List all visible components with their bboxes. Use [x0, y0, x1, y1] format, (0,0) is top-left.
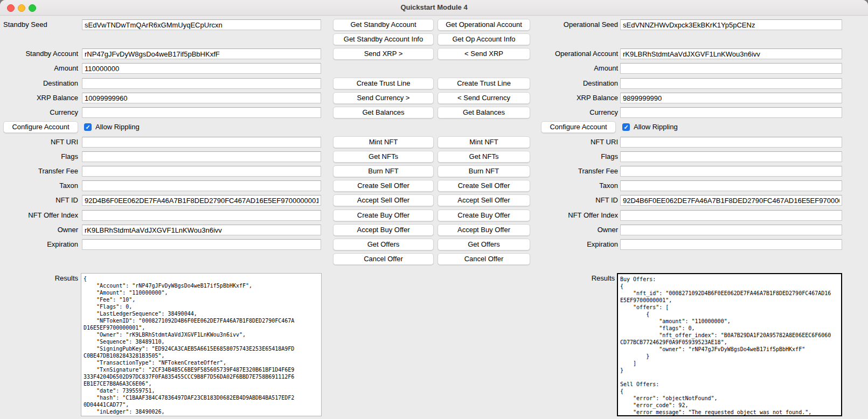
operational-currency-input[interactable] — [620, 107, 842, 118]
operational-transfer-fee-input[interactable] — [620, 166, 842, 177]
operational-configure-account-button[interactable]: Configure Account — [541, 121, 616, 133]
operational-results-label: Results — [539, 274, 615, 283]
standby-get-balances-button[interactable]: Get Balances — [333, 107, 434, 118]
standby-expiration-input[interactable] — [82, 239, 321, 250]
operational-xrp-balance-input[interactable] — [620, 93, 842, 103]
op-accept-buy-offer-button[interactable]: Accept Buy Offer — [438, 224, 530, 236]
standby-nft-uri-label: NFT URI — [0, 138, 78, 146]
standby-nft-id-label: NFT ID — [0, 196, 78, 205]
operational-seed-input[interactable] — [620, 19, 842, 30]
operational-owner-input[interactable] — [620, 225, 842, 235]
operational-xrp-balance-label: XRP Balance — [539, 94, 618, 102]
op-cancel-offer-button[interactable]: Cancel Offer — [438, 253, 530, 265]
operational-account-input[interactable] — [620, 48, 842, 59]
standby-taxon-input[interactable] — [82, 180, 321, 191]
checkmark-icon: ✓ — [622, 123, 630, 131]
operational-expiration-label: Expiration — [539, 240, 618, 249]
standby-create-sell-offer-button[interactable]: Create Sell Offer — [333, 180, 434, 192]
standby-allow-rippling-checkbox[interactable]: ✓ — [84, 123, 92, 131]
op-mint-nft-button[interactable]: Mint NFT — [438, 136, 530, 148]
standby-results-textarea[interactable]: { "Account": "rNP47gJFvDyW8gsDo4weB17if5… — [81, 273, 322, 416]
standby-nft-id-input[interactable] — [82, 195, 321, 206]
operational-destination-label: Destination — [539, 79, 618, 88]
standby-create-trust-line-button[interactable]: Create Trust Line — [333, 78, 434, 89]
get-standby-account-button[interactable]: Get Standby Account — [333, 19, 434, 31]
operational-seed-label: Operational Seed — [539, 20, 618, 29]
operational-destination-input[interactable] — [620, 78, 842, 89]
standby-owner-label: Owner — [0, 226, 78, 234]
standby-transfer-fee-input[interactable] — [82, 166, 321, 177]
operational-nft-uri-input[interactable] — [620, 137, 842, 148]
operational-nft-offer-index-input[interactable] — [620, 210, 842, 221]
standby-destination-label: Destination — [0, 79, 78, 88]
standby-currency-label: Currency — [0, 108, 78, 117]
operational-flags-label: Flags — [539, 152, 618, 161]
standby-amount-input[interactable] — [82, 63, 321, 74]
standby-results-label: Results — [0, 274, 78, 283]
operational-amount-label: Amount — [539, 64, 618, 73]
operational-results-textarea[interactable]: Buy Offers: { "nft_id": "0008271092D4B6F… — [617, 273, 842, 416]
op-create-trust-line-button[interactable]: Create Trust Line — [438, 78, 530, 89]
operational-nft-id-label: NFT ID — [539, 196, 618, 205]
get-standby-account-info-button[interactable]: Get Standby Account Info — [333, 33, 434, 45]
standby-account-label: Standby Account — [0, 50, 78, 58]
checkmark-icon: ✓ — [84, 123, 92, 131]
op-get-offers-button[interactable]: Get Offers — [438, 239, 530, 250]
standby-xrp-balance-input[interactable] — [82, 93, 321, 103]
standby-transfer-fee-label: Transfer Fee — [0, 167, 78, 176]
send-xrp-right-button[interactable]: Send XRP > — [333, 48, 434, 60]
operational-amount-input[interactable] — [620, 63, 842, 74]
standby-currency-input[interactable] — [82, 107, 321, 118]
operational-nft-id-input[interactable] — [620, 195, 842, 206]
operational-flags-input[interactable] — [620, 151, 842, 162]
standby-create-buy-offer-button[interactable]: Create Buy Offer — [333, 210, 434, 221]
operational-owner-label: Owner — [539, 226, 618, 234]
standby-configure-account-button[interactable]: Configure Account — [3, 121, 78, 133]
titlebar: Quickstart Module 4 — [0, 0, 868, 16]
standby-allow-rippling-label: Allow Rippling — [95, 123, 140, 131]
window-title: Quickstart Module 4 — [0, 0, 868, 15]
standby-taxon-label: Taxon — [0, 181, 78, 190]
send-currency-right-button[interactable]: Send Currency > — [333, 92, 434, 104]
op-accept-sell-offer-button[interactable]: Accept Sell Offer — [438, 194, 530, 206]
standby-nft-offer-index-input[interactable] — [82, 210, 321, 221]
operational-allow-rippling-checkbox[interactable]: ✓ — [622, 123, 630, 131]
operational-transfer-fee-label: Transfer Fee — [539, 167, 618, 176]
operational-taxon-input[interactable] — [620, 180, 842, 191]
standby-nft-offer-index-label: NFT Offer Index — [0, 211, 78, 220]
operational-nft-offer-index-label: NFT Offer Index — [539, 211, 618, 220]
standby-get-nfts-button[interactable]: Get NFTs — [333, 151, 434, 163]
op-get-balances-button[interactable]: Get Balances — [438, 107, 530, 118]
standby-owner-input[interactable] — [82, 225, 321, 235]
standby-get-offers-button[interactable]: Get Offers — [333, 239, 434, 250]
operational-nft-uri-label: NFT URI — [539, 138, 618, 146]
standby-burn-nft-button[interactable]: Burn NFT — [333, 165, 434, 177]
standby-account-input[interactable] — [82, 48, 321, 59]
standby-nft-uri-input[interactable] — [82, 137, 321, 148]
send-currency-left-button[interactable]: < Send Currency — [438, 92, 530, 104]
operational-allow-rippling-label: Allow Rippling — [634, 123, 678, 131]
app-window: Quickstart Module 4 Standby Seed Standby… — [0, 0, 868, 419]
standby-flags-input[interactable] — [82, 151, 321, 162]
standby-destination-input[interactable] — [82, 78, 321, 89]
get-op-account-info-button[interactable]: Get Op Account Info — [438, 33, 530, 45]
standby-xrp-balance-label: XRP Balance — [0, 94, 78, 102]
operational-taxon-label: Taxon — [539, 181, 618, 190]
standby-mint-nft-button[interactable]: Mint NFT — [333, 136, 434, 148]
standby-seed-input[interactable] — [82, 19, 321, 30]
op-burn-nft-button[interactable]: Burn NFT — [438, 165, 530, 177]
send-xrp-left-button[interactable]: < Send XRP — [438, 48, 530, 60]
op-create-buy-offer-button[interactable]: Create Buy Offer — [438, 210, 530, 221]
op-create-sell-offer-button[interactable]: Create Sell Offer — [438, 180, 530, 192]
operational-expiration-input[interactable] — [620, 239, 842, 250]
operational-account-label: Operational Account — [539, 50, 618, 58]
standby-accept-sell-offer-button[interactable]: Accept Sell Offer — [333, 194, 434, 206]
standby-expiration-label: Expiration — [0, 240, 78, 249]
standby-cancel-offer-button[interactable]: Cancel Offer — [333, 253, 434, 265]
op-get-nfts-button[interactable]: Get NFTs — [438, 151, 530, 163]
standby-accept-buy-offer-button[interactable]: Accept Buy Offer — [333, 224, 434, 236]
get-operational-account-button[interactable]: Get Operational Account — [438, 19, 530, 31]
operational-currency-label: Currency — [539, 108, 618, 117]
standby-amount-label: Amount — [0, 64, 78, 73]
standby-flags-label: Flags — [0, 152, 78, 161]
